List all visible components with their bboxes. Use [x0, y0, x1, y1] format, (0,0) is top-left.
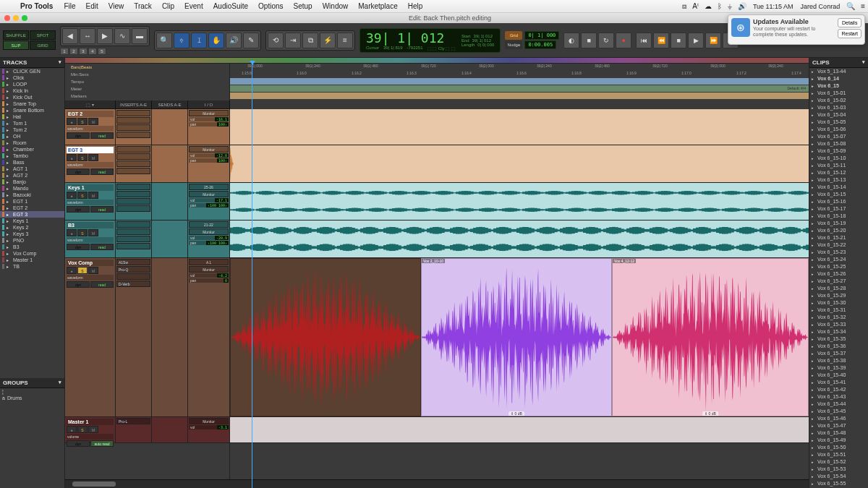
disclosure-icon[interactable]: ▸: [812, 198, 816, 205]
zoom-in-button[interactable]: ▶: [97, 28, 113, 44]
disclosure-icon[interactable]: ▸: [7, 212, 11, 217]
insert-slot[interactable]: [116, 198, 150, 205]
sidebar-track-item[interactable]: ▸Keys 3: [0, 231, 64, 237]
disclosure-icon[interactable]: ▸: [812, 415, 816, 422]
mute-button[interactable]: M: [88, 192, 98, 199]
solo-button[interactable]: S: [77, 118, 88, 125]
automation-mode-button[interactable]: auto read: [90, 440, 114, 447]
spotlight-icon[interactable]: 🔍: [843, 2, 858, 10]
sidebar-track-item[interactable]: ▸Tambo: [0, 153, 64, 159]
disclosure-icon[interactable]: ▸: [7, 82, 11, 87]
disclosure-icon[interactable]: ▸: [812, 205, 816, 213]
insert-slot[interactable]: [116, 153, 150, 160]
insert-slot[interactable]: [116, 243, 150, 249]
clip-list-item[interactable]: ▸Vox 6_15-37: [809, 350, 868, 357]
clip-list-item[interactable]: ▸Vox 6_15-22: [809, 241, 868, 249]
sidebar-track-item[interactable]: ▸Chamber: [0, 146, 64, 153]
clip-list-item[interactable]: ▸Vox 6_15: [809, 82, 868, 90]
output-selector[interactable]: Monitor: [189, 191, 229, 197]
zoom-icon[interactable]: [22, 15, 27, 21]
disclosure-icon[interactable]: ▸: [7, 205, 11, 210]
ruler-minsec[interactable]: Min:Secs: [65, 71, 230, 77]
clock[interactable]: Tue 11:15 AM: [749, 3, 797, 10]
menu-help[interactable]: Help: [403, 2, 428, 10]
disclosure-icon[interactable]: ▸: [7, 121, 11, 126]
disclosure-icon[interactable]: ▸: [812, 133, 816, 140]
disclosure-icon[interactable]: ▸: [7, 75, 11, 80]
clip-list-item[interactable]: ▸Vox 6_15-48: [809, 429, 868, 437]
clip-list-item[interactable]: ▸Vox 6_15-16: [809, 198, 868, 205]
disclosure-icon[interactable]: ▸: [812, 249, 816, 256]
clip-list-item[interactable]: ▸Vox 6_15-50: [809, 444, 868, 451]
clip-list-item[interactable]: ▸Vox 6_15-33: [809, 321, 868, 328]
track-lane[interactable]: [230, 109, 809, 145]
disclosure-icon[interactable]: ▸: [7, 95, 11, 100]
record-button[interactable]: ●: [616, 33, 631, 48]
play-button[interactable]: ▶: [688, 33, 704, 48]
disclosure-icon[interactable]: ▸: [812, 444, 816, 451]
menu-file[interactable]: File: [59, 2, 80, 10]
sidebar-track-item[interactable]: ▸AGT 1: [0, 166, 64, 172]
menu-view[interactable]: View: [103, 2, 129, 10]
zoom-preset-4[interactable]: 4: [88, 48, 97, 55]
clip-list-item[interactable]: ▸Vox 6_15-07: [809, 133, 868, 140]
sidebar-track-item[interactable]: ▸EGT 3: [0, 211, 64, 218]
sidebar-track-item[interactable]: ▸EGT 1: [0, 198, 64, 205]
clip-list-item[interactable]: ▸Vox 6_15-26: [809, 270, 868, 278]
output-selector[interactable]: Monitor: [189, 418, 229, 424]
pan-value[interactable]: 100›: [217, 158, 229, 163]
disclosure-icon[interactable]: ▸: [812, 162, 816, 169]
insert-slot[interactable]: [116, 205, 150, 212]
clip-list-item[interactable]: ▸Vox 6_15-17: [809, 205, 868, 213]
volume-value[interactable]: -12.8: [215, 153, 229, 158]
notification-restart-button[interactable]: Restart: [838, 29, 861, 38]
menu-options[interactable]: Options: [253, 2, 288, 10]
track-lane[interactable]: [230, 145, 809, 182]
clip-gain-label[interactable]: ⇕ 0 dB: [509, 411, 524, 416]
input-selector[interactable]: 25-26: [189, 184, 229, 190]
sidebar-track-item[interactable]: ▸LOOP: [0, 81, 64, 87]
insert-slot[interactable]: [116, 160, 150, 167]
sidebar-track-item[interactable]: ▸B3: [0, 244, 64, 250]
disclosure-icon[interactable]: ▸: [812, 285, 816, 292]
disclosure-icon[interactable]: ▸: [7, 134, 11, 139]
disclosure-icon[interactable]: ▸: [7, 101, 11, 106]
minimize-icon[interactable]: [13, 15, 19, 21]
disclosure-icon[interactable]: ▸: [812, 314, 816, 321]
disclosure-icon[interactable]: ▸: [812, 68, 816, 75]
disclosure-icon[interactable]: ▸: [812, 307, 816, 314]
sidebar-track-item[interactable]: ▸EGT 2: [0, 205, 64, 211]
record-arm-button[interactable]: ●: [67, 229, 77, 236]
disclosure-icon[interactable]: ▸: [812, 234, 816, 241]
volume-value[interactable]: -4.2: [217, 273, 229, 278]
insert-slot[interactable]: [116, 132, 150, 138]
close-icon[interactable]: [4, 15, 10, 21]
insert-slot[interactable]: [116, 110, 150, 116]
groups-header[interactable]: GROUPS▾: [0, 378, 64, 388]
insert-slot[interactable]: [116, 236, 150, 242]
clip-list-item[interactable]: ▸Vox 6_15-53: [809, 466, 868, 473]
trim-tool[interactable]: ⎀: [174, 33, 190, 48]
record-arm-button[interactable]: ●: [67, 426, 77, 433]
disclosure-icon[interactable]: ▸: [7, 218, 11, 223]
dyn-button[interactable]: dyn: [67, 168, 90, 175]
clip-list-item[interactable]: ▸Vox 6_15-38: [809, 357, 868, 364]
disclosure-icon[interactable]: ▸: [812, 386, 816, 393]
disclosure-icon[interactable]: ▸: [7, 108, 11, 113]
sidebar-track-item[interactable]: ▸Mando: [0, 185, 64, 192]
disclosure-icon[interactable]: ▸: [7, 257, 11, 262]
group-item[interactable]: aDrums: [0, 395, 64, 401]
pan-value[interactable]: 100›: [217, 122, 229, 127]
clip-list-item[interactable]: ▸Vox 6_15-35: [809, 335, 868, 343]
bluetooth-icon[interactable]: ᛒ: [715, 2, 725, 10]
zoom-preset-3[interactable]: 3: [79, 48, 88, 55]
wifi-icon[interactable]: ⏚: [725, 2, 735, 10]
layered-edit-button[interactable]: ≡: [337, 33, 353, 48]
menu-edit[interactable]: Edit: [81, 2, 103, 10]
view-selector[interactable]: volume: [67, 434, 114, 440]
clip-list-item[interactable]: ▸Vox 6_15-29: [809, 292, 868, 299]
disclosure-icon[interactable]: ▸: [812, 227, 816, 234]
disclosure-icon[interactable]: ▸: [812, 155, 816, 162]
output-selector[interactable]: Monitor: [189, 266, 229, 273]
disclosure-icon[interactable]: ▸: [7, 199, 11, 204]
